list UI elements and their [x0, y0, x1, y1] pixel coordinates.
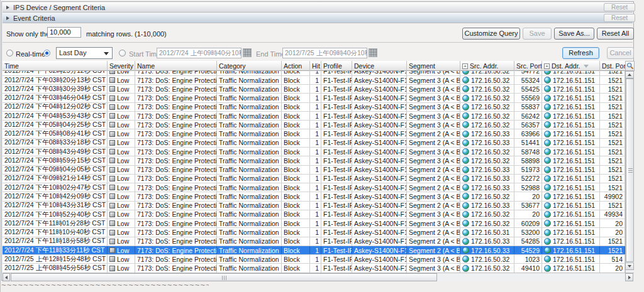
cell-prof: F1-Test-IPS...: [321, 219, 352, 227]
cell-sev: Low: [108, 237, 135, 246]
column-header-category[interactable]: Category: [217, 61, 282, 71]
event-criteria-reset-button[interactable]: Reset: [604, 14, 635, 22]
refresh-button[interactable]: Refresh: [562, 47, 599, 59]
cell-text: Block: [284, 202, 300, 209]
customize-query-button[interactable]: Customize Query: [462, 28, 520, 40]
row-limit-input[interactable]: 10,000: [47, 27, 81, 38]
table-row[interactable]: 2012/7/24 下午03時30分39秒 CSTLow7173: DoS: E…: [3, 85, 625, 94]
column-header-hit[interactable]: Hit: [310, 61, 321, 71]
cell-text: 1: [315, 71, 319, 75]
cell-cat: Traffic Normalization: [217, 129, 282, 138]
column-header-src-addr[interactable]: + Src. Addr.: [460, 61, 514, 71]
table-row[interactable]: 2012/7/24 下午02時25分12秒 CSTLow7173: DoS: E…: [3, 71, 625, 76]
end-calendar-icon[interactable]: [369, 48, 377, 57]
save-button[interactable]: Save: [523, 28, 552, 40]
column-header-segment[interactable]: Segment: [407, 61, 460, 71]
realtime-radio[interactable]: [6, 50, 13, 57]
cell-text: 1: [315, 237, 319, 245]
column-header-profile[interactable]: Profile: [321, 61, 352, 71]
column-header-device[interactable]: Device: [352, 61, 407, 71]
column-header-time[interactable]: Time: [3, 61, 108, 71]
table-row[interactable]: 2012/7/24 下午08時43分49秒 CSTLow7173: DoS: E…: [3, 148, 625, 156]
cell-sev: Low: [108, 166, 135, 174]
table-row[interactable]: 2012/7/24 下午05時04分25秒 CSTLow7173: DoS: E…: [3, 121, 625, 129]
clipped-background-text: ~~~~~~~~~~~~~~~~~~~~~~~~~~~~~~~~~~~~~~: [1, 280, 209, 289]
cell-dstaddr: 172.16.51.151: [542, 166, 600, 174]
table-row[interactable]: 2012/7/24 下午11時18分58秒 CSTLow7173: DoS: E…: [3, 237, 625, 246]
cell-text: Low: [117, 175, 129, 182]
table-row[interactable]: 2012/7/24 下午10時42分09秒 CSTLow7173: DoS: E…: [3, 192, 625, 201]
cell-dstport: 1521: [600, 94, 625, 102]
table-row[interactable]: 2012/7/25 上午08時45分56秒 CSTLow7173: DoS: E…: [3, 264, 625, 273]
table-row[interactable]: 2012/7/24 下午10時52分40秒 CSTLow7173: DoS: E…: [3, 210, 625, 219]
cell-text: 1: [315, 202, 319, 209]
cell-name: 7173: DoS: Engine Protection: [135, 71, 217, 75]
cell-dstport: 1521: [600, 71, 625, 75]
cell-dev: Askey-S1400N-F1: [352, 228, 407, 236]
column-header-src-port[interactable]: Src. Port: [514, 61, 542, 71]
cell-text: 1521: [608, 71, 623, 75]
cell-name: 7173: DoS: Engine Protection: [135, 166, 217, 174]
cell-text: F1-Test-IPS...: [323, 256, 352, 263]
cell-seg: Segment 2 (A < B): [407, 129, 460, 138]
cell-text: Low: [117, 264, 129, 272]
cell-time: 2012/7/24 下午05時08分41秒 CST: [3, 129, 108, 138]
cell-prof: F1-Test-IPS...: [321, 166, 352, 174]
scroll-down-button[interactable]: [625, 262, 634, 270]
range-radio[interactable]: [43, 50, 50, 57]
table-row[interactable]: 2012/7/25 上午12時15分48秒 CSTLow7173: DoS: E…: [3, 255, 625, 264]
globe-icon: [544, 211, 551, 218]
scroll-up-button[interactable]: [625, 71, 634, 78]
cell-text: F1-Test-IPS...: [323, 139, 352, 146]
table-row[interactable]: 2012/7/24 下午05時08分41秒 CSTLow7173: DoS: E…: [3, 129, 625, 138]
save-as-button[interactable]: Save As...: [554, 28, 594, 40]
cell-text: Block: [284, 229, 300, 236]
column-header-dst-addr[interactable]: + Dst. Addr.: [542, 61, 600, 71]
cell-dstaddr: 172.16.51.151: [542, 76, 600, 84]
expand-column-icon[interactable]: +: [544, 63, 550, 69]
expand-column-icon[interactable]: +: [462, 63, 468, 69]
cell-text: F1-Test-IPS...: [323, 237, 352, 245]
cell-text: 7173: DoS: Engine Protection: [137, 77, 217, 84]
vertical-scrollbar[interactable]: [625, 71, 634, 273]
cell-text: 1: [315, 210, 319, 218]
cell-dev: Askey-S1400N-F1: [352, 139, 407, 147]
cell-text: F1-Test-IPS...: [323, 202, 352, 209]
table-row[interactable]: 2012/7/24 下午04時12分02秒 CSTLow7173: DoS: E…: [3, 103, 625, 112]
column-header-action[interactable]: Action: [282, 61, 310, 71]
table-row[interactable]: 2012/7/24 下午04時53分43秒 CSTLow7173: DoS: E…: [3, 112, 625, 121]
table-row[interactable]: 2012/7/24 下午10時02分47秒 CSTLow7173: DoS: E…: [3, 183, 625, 192]
start-calendar-icon[interactable]: [243, 48, 252, 57]
cell-srcport: 52988: [514, 183, 542, 192]
table-row[interactable]: 2012/7/24 下午08時59分15秒 CSTLow7173: DoS: E…: [3, 156, 625, 165]
cell-text: 1023: [525, 256, 540, 263]
cell-prof: F1-Test-IPS...: [321, 129, 352, 138]
range-select[interactable]: Last Day: [56, 47, 113, 59]
end-time-field[interactable]: 2012/7/25 上午09時40分10秒 CST: [282, 48, 367, 58]
cell-text: Segment 3 (A < B): [409, 121, 460, 129]
ips-criteria-bar[interactable]: IPS Device / Segment Criteria Reset: [3, 3, 633, 13]
start-time-field[interactable]: 2012/7/24 上午09時40分10秒 CST: [157, 48, 242, 58]
column-header-severity[interactable]: Severity: [108, 61, 135, 71]
column-header-name[interactable]: Name: [135, 61, 217, 71]
column-search-button[interactable]: [625, 61, 635, 71]
vertical-scroll-thumb[interactable]: [626, 78, 634, 262]
cell-srcport: 58898: [514, 156, 542, 165]
column-header-dst-port[interactable]: Dst. Port: [600, 61, 625, 71]
table-row[interactable]: 2012/7/24 下午09時04分05秒 CSTLow7173: DoS: E…: [3, 166, 625, 175]
table-row[interactable]: 2012/7/24 下午03時20分13秒 CSTLow7173: DoS: E…: [3, 76, 625, 85]
reset-all-button[interactable]: Reset All: [597, 28, 634, 40]
event-criteria-bar[interactable]: Event Criteria Reset: [3, 13, 633, 23]
ips-criteria-reset-button[interactable]: Reset: [604, 3, 635, 11]
table-row[interactable]: 2012/7/24 下午11時10分40秒 CSTLow7173: DoS: E…: [3, 228, 625, 237]
table-row[interactable]: 2012/7/24 下午11時01分28秒 CSTLow7173: DoS: E…: [3, 219, 625, 228]
cancel-button[interactable]: Cancel: [607, 47, 634, 59]
cell-act: Block: [282, 166, 310, 174]
table-row[interactable]: 2012/7/24 下午11時33分11秒 CSTLow7173: DoS: E…: [3, 246, 625, 255]
table-row[interactable]: 2012/7/24 下午08時33分18秒 CSTLow7173: DoS: E…: [3, 139, 625, 148]
scroll-right-button[interactable]: [625, 273, 633, 281]
table-row[interactable]: 2012/7/24 下午10時43分31秒 CSTLow7173: DoS: E…: [3, 202, 625, 210]
table-row[interactable]: 2012/7/24 下午09時21分14秒 CSTLow7173: DoS: E…: [3, 175, 625, 183]
custom-range-radio[interactable]: [119, 50, 126, 57]
table-row[interactable]: 2012/7/24 下午03時46分04秒 CSTLow7173: DoS: E…: [3, 94, 625, 102]
